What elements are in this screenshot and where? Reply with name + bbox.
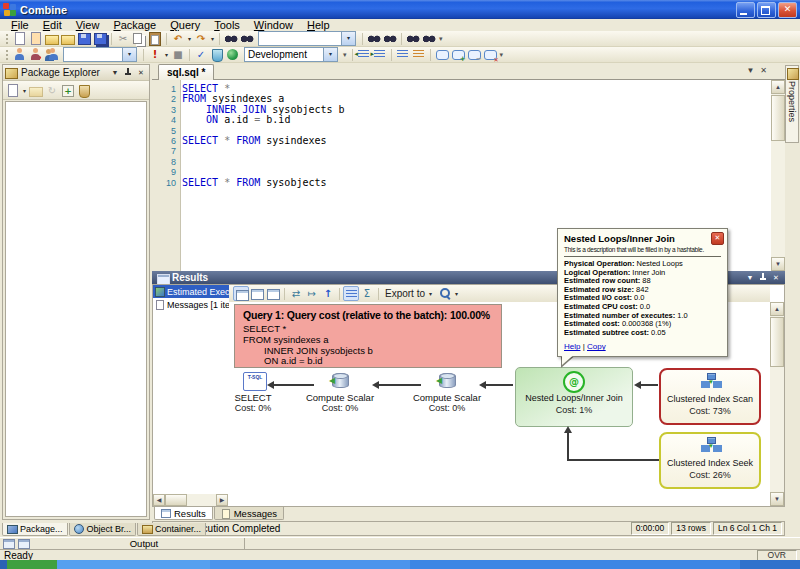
compute-scalar-icon[interactable]	[439, 373, 456, 388]
environment-combo[interactable]: Development▾	[244, 47, 338, 62]
scroll-up-icon[interactable]: ▲	[771, 80, 785, 94]
format-list-icon[interactable]	[395, 47, 411, 62]
server-combo[interactable]: ▾	[63, 47, 137, 62]
user-icon[interactable]	[12, 47, 28, 62]
help-link[interactable]: Help	[564, 342, 580, 351]
chevron-down-icon[interactable]: ▾	[323, 48, 337, 61]
cut-icon[interactable]: ✂	[115, 31, 131, 46]
menu-package[interactable]: Package	[106, 19, 163, 31]
chevron-down-icon[interactable]: ▾	[163, 51, 170, 58]
add-icon[interactable]	[60, 83, 76, 98]
tab-list-icon[interactable]: ▼	[746, 66, 754, 76]
open-project-icon[interactable]	[60, 31, 76, 46]
tab-properties[interactable]: Properties	[785, 65, 799, 143]
toolbar-options-icon[interactable]: ▾	[343, 51, 347, 59]
form-view-icon[interactable]	[249, 286, 265, 301]
panel-menu-icon[interactable]: ▼	[744, 272, 756, 283]
zoom-icon[interactable]	[437, 286, 453, 301]
globe-icon[interactable]	[225, 47, 241, 62]
dock-window-icon[interactable]	[3, 539, 15, 549]
chevron-down-icon[interactable]: ▾	[427, 290, 434, 297]
plan-node-compute-scalar2-label[interactable]: Compute Scalar	[405, 392, 489, 403]
scroll-left-icon[interactable]: ◀	[153, 494, 165, 506]
chevron-down-icon[interactable]: ▾	[21, 87, 28, 94]
plan-node-select-label[interactable]: SELECT	[229, 392, 283, 403]
scrollbar-thumb[interactable]	[770, 317, 784, 367]
scroll-down-icon[interactable]: ▼	[771, 257, 785, 271]
tree-horizontal-scrollbar[interactable]: ◀ ▶	[153, 494, 228, 506]
comment-add-icon[interactable]	[434, 47, 450, 62]
find-in-files-icon[interactable]	[405, 31, 421, 46]
copy-icon[interactable]	[131, 31, 147, 46]
menu-file[interactable]: File	[4, 19, 36, 31]
new-folder-icon[interactable]	[28, 83, 44, 98]
menu-query[interactable]: Query	[163, 19, 207, 31]
scroll-up-icon[interactable]: ▲	[770, 302, 784, 316]
highlight-icon[interactable]	[343, 286, 359, 301]
close-tab-icon[interactable]: ✕	[760, 66, 767, 76]
tab-pkg[interactable]: Package...	[2, 523, 68, 536]
scrollbar-thumb[interactable]	[165, 494, 187, 506]
find-combo[interactable]: ▾	[258, 31, 356, 46]
tsql-icon[interactable]: T-SQL	[243, 372, 267, 391]
find-icon[interactable]	[223, 31, 239, 46]
chevron-down-icon[interactable]: ▾	[341, 32, 355, 45]
plan-node-clustered-index-seek[interactable]: Clustered Index Seek Cost: 26%	[659, 432, 761, 489]
plan-node-clustered-index-scan[interactable]: Clustered Index Scan Cost: 73%	[659, 368, 761, 425]
refresh-icon[interactable]: ↻	[44, 83, 60, 98]
export-up-icon[interactable]: ↑	[320, 286, 336, 301]
paste-icon[interactable]	[147, 31, 163, 46]
text-view-icon[interactable]	[265, 286, 281, 301]
properties-icon[interactable]	[76, 83, 92, 98]
plan-node-nested-loops[interactable]: @ Nested Loops/Inner Join Cost: 1%	[515, 367, 633, 427]
user-alert-icon[interactable]	[28, 47, 44, 62]
panel-menu-icon[interactable]: ▼	[109, 67, 121, 78]
scrollbar-thumb[interactable]	[771, 95, 785, 141]
plan-node-compute-scalar-label[interactable]: Compute Scalar	[298, 392, 382, 403]
increase-indent-icon[interactable]	[372, 47, 388, 62]
find-next-icon[interactable]	[382, 31, 398, 46]
comment-plus-icon[interactable]	[450, 47, 466, 62]
tree-item[interactable]: Estimated Execut	[153, 285, 229, 298]
export-to-button[interactable]: Export to▾	[382, 288, 437, 299]
open-folder-icon[interactable]	[44, 31, 60, 46]
tab-messages[interactable]: Messages	[214, 507, 284, 520]
stop-icon[interactable]: ■	[170, 47, 186, 62]
menu-view[interactable]: View	[69, 19, 107, 31]
column-map-icon[interactable]: ↦	[304, 286, 320, 301]
redo-icon[interactable]: ↷	[193, 31, 209, 46]
new-item-icon[interactable]	[5, 83, 21, 98]
scroll-right-icon[interactable]: ▶	[216, 494, 228, 506]
chevron-down-icon[interactable]: ▾	[122, 48, 136, 61]
comment-delete-icon[interactable]	[482, 47, 498, 62]
close-icon[interactable]: ✕	[135, 67, 147, 78]
undo-icon[interactable]: ↶	[170, 31, 186, 46]
chevron-down-icon[interactable]: ▾	[209, 35, 216, 42]
close-button[interactable]	[778, 2, 797, 18]
tab-obj[interactable]: Object Br...	[69, 523, 137, 536]
menu-help[interactable]: Help	[300, 19, 337, 31]
chevron-down-icon[interactable]: ▾	[186, 35, 193, 42]
menu-tools[interactable]: Tools	[207, 19, 247, 31]
quick-find-icon[interactable]	[366, 31, 382, 46]
chevron-down-icon[interactable]: ▾	[453, 290, 460, 297]
relations-icon[interactable]: ⇄	[288, 286, 304, 301]
tab-cont[interactable]: Container...	[137, 523, 206, 536]
pin-icon[interactable]	[757, 272, 769, 283]
toolbar-options-icon[interactable]: ▾	[500, 51, 504, 59]
estimated-plan-icon[interactable]	[209, 47, 225, 62]
new-document-icon[interactable]	[12, 31, 28, 46]
menu-window[interactable]: Window	[247, 19, 300, 31]
users-icon[interactable]	[44, 47, 60, 62]
package-explorer-tree[interactable]	[5, 101, 147, 517]
find-symbol-icon[interactable]	[239, 31, 255, 46]
maximize-button[interactable]	[757, 2, 776, 18]
grid-view-icon[interactable]	[233, 286, 249, 301]
save-all-icon[interactable]	[92, 31, 108, 46]
pin-icon[interactable]	[122, 67, 134, 78]
scroll-down-icon[interactable]: ▼	[770, 492, 784, 506]
editor-tab-sqlsql[interactable]: sql.sql *	[158, 64, 214, 80]
decrease-indent-icon[interactable]	[356, 47, 372, 62]
tree-item[interactable]: Messages [1 items	[153, 298, 229, 311]
toolbar-options-icon[interactable]: ▾	[439, 35, 443, 43]
